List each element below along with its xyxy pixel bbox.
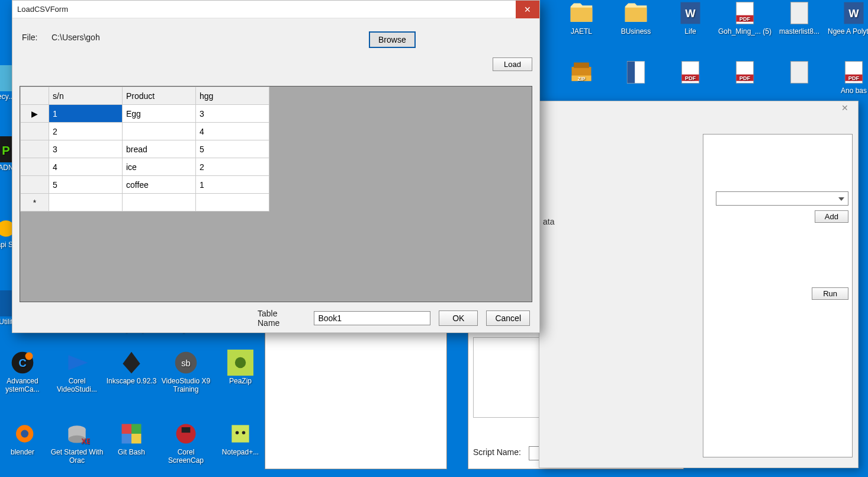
desktop-icon-jaetl[interactable]: JAETL — [554, 0, 609, 36]
row-header — [21, 140, 49, 158]
col-header-sn[interactable]: s/n — [49, 87, 123, 105]
desktop-icon-corelcap[interactable]: Corel ScreenCap — [159, 421, 213, 465]
browse-button[interactable]: Browse — [369, 31, 416, 48]
desktop-icon-vsx9[interactable]: sb VideoStudio X9 Training — [159, 350, 213, 394]
desktop-icon-notepadpp[interactable]: Notepad+... — [213, 421, 268, 456]
app-icon — [227, 421, 253, 447]
svg-rect-11 — [574, 63, 589, 68]
row-header-corner[interactable] — [21, 87, 49, 105]
select-dropdown[interactable] — [716, 191, 848, 206]
close-button[interactable]: ✕ — [516, 1, 539, 18]
svg-rect-48 — [182, 427, 191, 433]
cell-hgg[interactable]: 2 — [196, 158, 269, 176]
file-label: File: — [22, 33, 52, 42]
load-button[interactable]: Load — [493, 57, 532, 71]
desktop-icon-masterlist[interactable]: masterlist8... — [772, 0, 827, 36]
grid-row[interactable]: 3 bread 5 — [21, 140, 269, 158]
background-panel-1 — [265, 332, 447, 469]
desktop-icon-zip[interactable]: ZIP — [554, 59, 609, 87]
desktop-icon-anobas[interactable]: PDF Ano bas — [827, 59, 868, 95]
cell-product[interactable]: bread — [123, 140, 196, 158]
cell-sn[interactable]: 3 — [49, 140, 123, 158]
app-icon — [9, 421, 36, 447]
grid-new-row[interactable]: * — [21, 194, 269, 212]
folder-icon — [623, 0, 649, 26]
word-icon — [623, 59, 649, 85]
word-icon: W — [841, 0, 867, 26]
svg-point-30 — [25, 353, 33, 360]
table-name-input[interactable] — [314, 311, 430, 325]
cell-product[interactable] — [123, 194, 196, 212]
svg-text:PDF: PDF — [848, 75, 860, 81]
cell-sn[interactable] — [49, 194, 123, 212]
app-icon: sb — [173, 350, 199, 376]
desktop-icon-gitbash[interactable]: Git Bash — [104, 421, 159, 456]
svg-point-47 — [176, 424, 196, 444]
svg-rect-20 — [790, 62, 808, 84]
svg-rect-46 — [131, 434, 142, 444]
svg-text:sb: sb — [181, 358, 190, 368]
desktop-icon-generic2[interactable] — [772, 59, 827, 87]
svg-text:W: W — [848, 7, 859, 20]
col-header-product[interactable]: Product — [123, 87, 196, 105]
file-path: C:\Users\goh — [52, 33, 100, 42]
pdf-icon: PDF — [841, 59, 867, 85]
app-icon: XE — [64, 421, 90, 447]
svg-text:ZIP: ZIP — [578, 76, 586, 82]
new-row-marker: * — [21, 194, 49, 212]
cell-product[interactable]: Egg — [123, 105, 196, 123]
cell-sn[interactable]: 1 — [49, 105, 123, 123]
cell-hgg[interactable]: 3 — [196, 105, 269, 123]
grid-row[interactable]: ▶ 1 Egg 3 — [21, 105, 269, 123]
col-header-hgg[interactable]: hgg — [196, 87, 269, 105]
desktop-icon-blender[interactable]: blender — [0, 421, 50, 456]
cell-product[interactable] — [123, 123, 196, 140]
cell-product[interactable]: coffee — [123, 176, 196, 194]
desktop-icon-gohming[interactable]: PDF Goh_Ming_... (5) — [718, 0, 772, 36]
svg-rect-44 — [131, 424, 142, 434]
grid-row[interactable]: 5 coffee 1 — [21, 176, 269, 194]
run-button[interactable]: Run — [812, 287, 848, 300]
desktop-icon-corelvs[interactable]: Corel VideoStudi... — [50, 350, 104, 394]
cell-hgg[interactable] — [196, 194, 269, 212]
svg-marker-31 — [68, 355, 88, 370]
ok-button[interactable]: OK — [439, 310, 478, 326]
cell-hgg[interactable]: 1 — [196, 176, 269, 194]
svg-text:PDF: PDF — [740, 75, 751, 81]
cell-sn[interactable]: 4 — [49, 158, 123, 176]
row-header — [21, 176, 49, 194]
svg-text:P: P — [2, 144, 9, 157]
generic-file-icon — [786, 59, 812, 85]
cell-sn[interactable]: 5 — [49, 176, 123, 194]
desktop-icon-life[interactable]: W Life — [663, 0, 718, 36]
desktop-icon-pdf1[interactable]: PDF — [663, 59, 718, 87]
pdf-icon: PDF — [732, 0, 758, 26]
add-button[interactable]: Add — [815, 210, 848, 223]
close-icon[interactable]: ✕ — [837, 101, 853, 114]
desktop-icon-word2[interactable] — [609, 59, 663, 87]
folder-icon — [568, 0, 594, 26]
svg-text:PDF: PDF — [740, 16, 751, 22]
svg-rect-43 — [122, 424, 132, 434]
cell-hgg[interactable]: 4 — [196, 123, 269, 140]
svg-point-38 — [21, 430, 28, 438]
desktop-icon-ngee[interactable]: W Ngee A Polytech — [827, 0, 868, 36]
data-grid[interactable]: s/n Product hgg ▶ 1 Egg 3 2 4 3 bread 5 — [20, 86, 532, 302]
pdf-icon: PDF — [677, 59, 703, 85]
grid-row[interactable]: 4 ice 2 — [21, 158, 269, 176]
cell-product[interactable]: ice — [123, 158, 196, 176]
desktop-icon-inkscape[interactable]: Inkscape 0.92.3 — [104, 350, 159, 385]
cancel-button[interactable]: Cancel — [486, 310, 530, 326]
svg-text:W: W — [685, 7, 696, 20]
desktop-icon-peazip[interactable]: PeaZip — [213, 350, 268, 385]
window-title: LoadCSVForm — [17, 5, 68, 14]
cell-hgg[interactable]: 5 — [196, 140, 269, 158]
desktop-icon-advsys[interactable]: C Advanced ystemCa... — [0, 350, 50, 394]
table-name-label: Table Name — [258, 309, 301, 328]
desktop-icon-pdf2[interactable]: PDF — [718, 59, 772, 87]
cell-sn[interactable]: 2 — [49, 123, 123, 140]
svg-point-51 — [242, 431, 246, 434]
desktop-icon-getstarted[interactable]: XE Get Started With Orac — [50, 421, 104, 465]
grid-row[interactable]: 2 4 — [21, 123, 269, 140]
desktop-icon-business[interactable]: BUsiness — [609, 0, 663, 36]
